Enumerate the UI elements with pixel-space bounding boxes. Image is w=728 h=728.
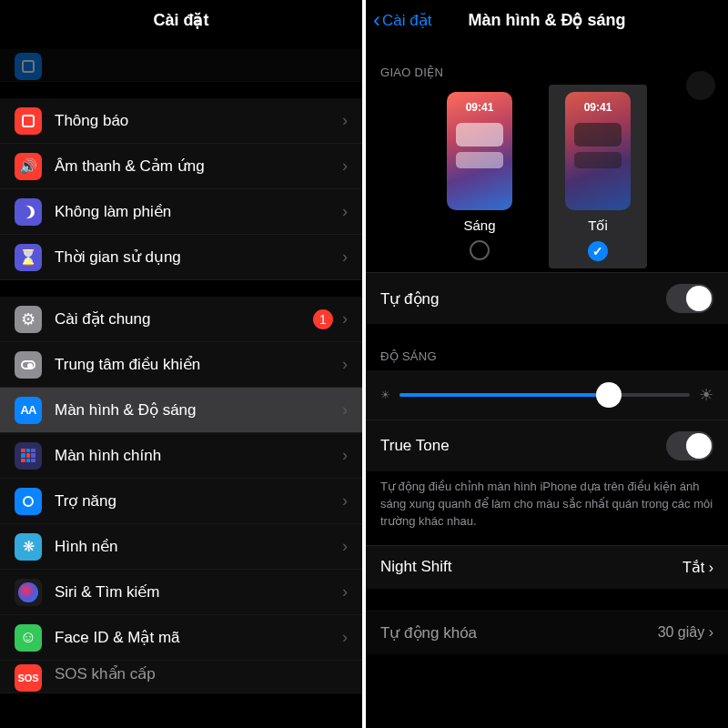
nightshift-value: Tắt bbox=[682, 560, 704, 575]
face-icon bbox=[15, 624, 42, 652]
truetone-row: True Tone bbox=[366, 420, 728, 471]
sos-icon: SOS bbox=[15, 664, 42, 692]
automatic-label: Tự động bbox=[380, 289, 439, 308]
settings-row-screentime[interactable]: Thời gian sử dụng › bbox=[0, 235, 362, 280]
row-label: SOS khẩn cấp bbox=[55, 664, 348, 683]
chevron-right-icon: › bbox=[342, 400, 348, 420]
slider-fill bbox=[399, 393, 609, 397]
settings-row-vpn[interactable]: VPN bbox=[0, 49, 362, 82]
appearance-header: GIAO DIỆN bbox=[366, 40, 728, 86]
nightshift-label: Night Shift bbox=[380, 558, 451, 576]
settings-row-notifications[interactable]: Thông báo › bbox=[0, 98, 362, 144]
settings-row-faceid[interactable]: Face ID & Mật mã › bbox=[0, 615, 362, 661]
brightness-header: ĐỘ SÁNG bbox=[366, 324, 728, 370]
chevron-right-icon: › bbox=[342, 628, 348, 647]
chevron-right-icon: › bbox=[342, 248, 348, 267]
chevron-right-icon: › bbox=[342, 355, 348, 374]
truetone-note: Tự động điều chỉnh màn hình iPhone dựa t… bbox=[366, 471, 728, 545]
notifications-icon bbox=[15, 107, 42, 135]
row-label: Màn hình chính bbox=[55, 447, 342, 465]
chevron-right-icon: › bbox=[342, 446, 348, 465]
chevron-right-icon: › bbox=[342, 582, 348, 602]
slider-thumb[interactable] bbox=[596, 382, 622, 408]
chevron-left-icon: ‹ bbox=[373, 9, 380, 31]
hourglass-icon bbox=[15, 244, 42, 271]
row-label: Màn hình & Độ sáng bbox=[55, 400, 342, 420]
chevron-right-icon: › bbox=[709, 624, 713, 640]
accessibility-icon bbox=[15, 488, 42, 515]
row-label: Face ID & Mật mã bbox=[55, 628, 342, 647]
row-label: Trợ năng bbox=[55, 491, 342, 511]
settings-row-general[interactable]: Cài đặt chung 1 › bbox=[0, 297, 362, 342]
row-label: Thời gian sử dụng bbox=[55, 248, 342, 267]
preview-dark: 09:41 bbox=[565, 92, 631, 210]
settings-row-controlcenter[interactable]: Trung tâm điều khiển › bbox=[0, 342, 362, 388]
row-label: Không làm phiền bbox=[55, 202, 342, 221]
settings-row-dnd[interactable]: Không làm phiền › bbox=[0, 189, 362, 235]
autolock-row[interactable]: Tự động khóa 30 giây › bbox=[366, 611, 728, 654]
sun-min-icon: ☀ bbox=[380, 389, 390, 401]
back-label: Cài đặt bbox=[382, 11, 431, 30]
autolock-value: 30 giây bbox=[658, 624, 705, 640]
truetone-toggle[interactable] bbox=[666, 431, 713, 460]
brightness-row: ☀ ☀ bbox=[366, 370, 728, 420]
appearance-option-light[interactable]: 09:41 Sáng bbox=[447, 92, 512, 261]
row-label: Thông báo bbox=[55, 112, 342, 130]
settings-row-sos[interactable]: SOS SOS khẩn cấp bbox=[0, 661, 362, 693]
preview-light: 09:41 bbox=[447, 92, 512, 210]
notification-badge: 1 bbox=[313, 309, 333, 329]
chevron-right-icon: › bbox=[342, 309, 348, 329]
chevron-right-icon: › bbox=[342, 157, 348, 176]
chevron-right-icon: › bbox=[342, 111, 348, 130]
chevron-right-icon: › bbox=[342, 202, 348, 221]
back-button[interactable]: ‹ Cài đặt bbox=[373, 9, 431, 31]
settings-row-homescreen[interactable]: Màn hình chính › bbox=[0, 433, 362, 479]
settings-row-sounds[interactable]: 🔊 Âm thanh & Cảm ứng › bbox=[0, 144, 362, 189]
display-pane: Màn hình & Độ sáng ‹ Cài đặt GIAO DIỆN 0… bbox=[366, 0, 728, 728]
radio-unchecked[interactable] bbox=[470, 240, 490, 260]
option-label: Sáng bbox=[447, 217, 512, 233]
row-label: Âm thanh & Cảm ứng bbox=[55, 157, 342, 176]
autolock-label: Tự động khóa bbox=[380, 623, 477, 642]
automatic-row: Tự động bbox=[366, 272, 728, 324]
decorative-circle bbox=[686, 71, 715, 100]
settings-row-siri[interactable]: Siri & Tìm kiếm › bbox=[0, 570, 362, 615]
chevron-right-icon: › bbox=[709, 560, 713, 575]
settings-row-display[interactable]: AA Màn hình & Độ sáng › bbox=[0, 388, 362, 433]
appearance-option-dark[interactable]: 09:41 Tối ✓ bbox=[549, 85, 647, 268]
siri-icon bbox=[15, 579, 42, 606]
settings-pane: Cài đặt VPN Thông báo › 🔊 Âm thanh & Cảm… bbox=[0, 0, 362, 728]
brightness-slider[interactable] bbox=[399, 393, 690, 397]
truetone-label: True Tone bbox=[380, 437, 450, 455]
toggle-icon bbox=[15, 351, 42, 379]
gear-icon bbox=[15, 306, 42, 333]
vpn-icon bbox=[15, 53, 42, 80]
appearance-picker: 09:41 Sáng 09:41 Tối ✓ bbox=[366, 86, 728, 272]
radio-checked[interactable]: ✓ bbox=[588, 241, 608, 261]
row-label: Trung tâm điều khiển bbox=[55, 355, 342, 374]
row-label: Cài đặt chung bbox=[55, 309, 313, 329]
option-label: Tối bbox=[565, 217, 631, 234]
settings-title: Cài đặt bbox=[0, 0, 362, 40]
flower-icon bbox=[15, 533, 42, 561]
settings-row-accessibility[interactable]: Trợ năng › bbox=[0, 479, 362, 524]
row-label: Siri & Tìm kiếm bbox=[55, 582, 342, 602]
sounds-icon: 🔊 bbox=[15, 153, 42, 180]
moon-icon bbox=[15, 198, 42, 226]
text-size-icon: AA bbox=[15, 397, 42, 424]
automatic-toggle[interactable] bbox=[666, 284, 713, 313]
chevron-right-icon: › bbox=[342, 537, 348, 556]
settings-row-wallpaper[interactable]: Hình nền › bbox=[0, 524, 362, 570]
grid-icon bbox=[15, 442, 42, 470]
chevron-right-icon: › bbox=[342, 491, 348, 511]
row-label: Hình nền bbox=[55, 537, 342, 556]
nightshift-row[interactable]: Night Shift Tắt › bbox=[366, 545, 728, 589]
sun-max-icon: ☀ bbox=[699, 385, 713, 405]
